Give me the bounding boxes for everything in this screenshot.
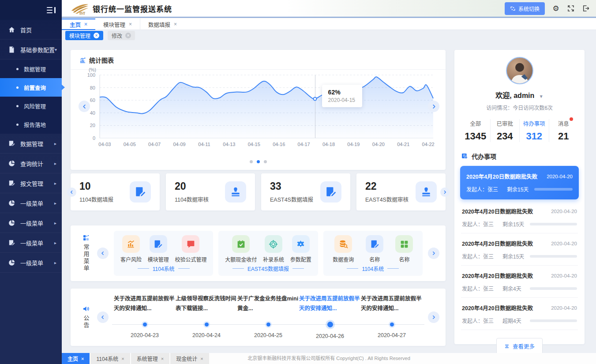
sidebar-item-level1-menu-4[interactable]: 一级菜单 ▸ (0, 253, 62, 273)
sidebar-subitem-label: 前置查询 (24, 83, 46, 92)
collapse-menu-icon[interactable] (47, 7, 56, 14)
menu-item-module-mgmt[interactable]: 模块管理 (148, 235, 169, 263)
chart-pagination-dots[interactable] (71, 160, 446, 163)
system-switch-button[interactable]: 系统切换 (505, 2, 545, 15)
todo-item-active[interactable]: 2020年4月20日数据跑批失败2020-04-20 发起人：张三剩余15天 (460, 166, 579, 199)
settings-gear-icon[interactable]: ⚙ (552, 4, 560, 12)
sidebar-item-message-mgmt[interactable]: 报文管理 ▸ (0, 173, 62, 193)
breadcrumb-chips: 模块管理× 修改× (65, 31, 135, 40)
notice-item-highlighted[interactable]: 关于改进周五提前放假半天的安排通知... 2020-04-26 (299, 294, 361, 340)
sidebar-subitem-risk-mgmt[interactable]: 风险管理 (0, 97, 62, 115)
quick-menu-next-button[interactable] (428, 248, 439, 259)
stat-messages[interactable]: 消息 21 (549, 119, 578, 142)
message-icon (182, 235, 199, 253)
sidebar-item-level1-menu-2[interactable]: 一级菜单 ▸ (0, 213, 62, 233)
pagination-dot[interactable] (257, 160, 260, 163)
stat-card-1104-fill[interactable]: 10 1104数据填报 (71, 173, 160, 210)
sidebar-subitem-pre-query[interactable]: 前置查询 (0, 78, 62, 97)
close-icon[interactable]: × (174, 21, 177, 27)
menu-item-data-query[interactable]: 数据查询 (333, 235, 354, 263)
sidebar-menu: 首页 基础参数配置 ▾ 数据管理 前置查询 风险管理 (0, 20, 62, 273)
top-header: IST 银行统一监管报送系统 系统切换 ⚙ (62, 0, 596, 18)
chart-area: (%) 020406080100 62% 2020-04-15 04-0304-… (100, 75, 433, 153)
tab-module-mgmt[interactable]: 模块管理× (95, 19, 140, 30)
todo-item[interactable]: 2020年4月20日数据跑批失败2020-04-20 发起人：张三剩余15天 (461, 233, 578, 266)
chip-modify[interactable]: 修改× (108, 31, 135, 40)
chip-module-mgmt[interactable]: 模块管理× (65, 31, 103, 40)
avatar[interactable] (506, 57, 533, 84)
bottom-tab-home[interactable]: 主页× (62, 353, 90, 364)
todo-item[interactable]: 2020年4月20日数据跑批失败2020-04-20 发起人：张三剩余4天 (461, 266, 578, 298)
bottom-tab-1104[interactable]: 1104系统× (90, 353, 130, 364)
stat-value: 33 (270, 180, 313, 192)
menu-item-large-cash[interactable]: 大额现金收付 (225, 235, 257, 263)
sidebar-item-base-params[interactable]: 基础参数配置 ▾ (0, 40, 62, 60)
sidebar-subitem-data-mgmt[interactable]: 数据管理 (0, 60, 62, 78)
chevron-right-icon (431, 315, 436, 319)
chart-card-header: 统计图表 (71, 50, 446, 70)
close-icon[interactable]: × (84, 21, 87, 27)
notice-item[interactable]: 关于广发金业务挂盘mini黄金... 2020-04-25 (237, 294, 299, 340)
stat-all[interactable]: 全部 1345 (461, 119, 490, 142)
chart-prev-button[interactable] (79, 101, 90, 112)
todo-section-header: 代办事项 (461, 152, 578, 161)
stats-prev-button[interactable] (67, 188, 76, 197)
menu-item-supplement-system[interactable]: 补录系统 (263, 235, 284, 263)
close-icon[interactable]: × (121, 356, 124, 361)
todo-item[interactable]: 2020年4月20日数据跑批失败2020-04-20 发起人：张三超期4天 (461, 298, 578, 330)
menu-item-name-2[interactable]: 名称 (395, 235, 413, 263)
sidebar-item-query-stats[interactable]: 查询统计 ▸ (0, 154, 62, 173)
pie-chart-icon (8, 160, 15, 167)
close-icon[interactable]: × (129, 21, 132, 27)
user-panel: 欢迎, admin ▼ 访问情况：今日访问次数6次 全部 1345 已审批 23… (454, 50, 585, 344)
stat-card-1104-audit[interactable]: 20 1104数据审核 (166, 173, 255, 210)
notice-next-button[interactable] (428, 311, 439, 323)
stat-approved[interactable]: 已审批 234 (490, 119, 520, 142)
logout-icon[interactable] (582, 4, 590, 12)
close-icon[interactable]: × (81, 356, 84, 361)
sidebar-submenu: 数据管理 前置查询 风险管理 报告落地 (0, 60, 62, 134)
document-pencil-icon (8, 140, 15, 147)
close-icon[interactable]: × (94, 33, 99, 38)
stats-next-button[interactable] (440, 188, 450, 197)
todo-item[interactable]: 2020年4月20日数据跑批失败2020-04-20 发起人：张三剩余15天 (461, 201, 578, 233)
sidebar-item-data-mgmt[interactable]: 数据管理 ▸ (0, 134, 62, 154)
quick-menu-prev-button[interactable] (97, 248, 109, 259)
close-icon[interactable]: × (200, 356, 203, 361)
progress-bar (530, 223, 577, 225)
stat-card-east4s-audit[interactable]: 22 EAST4S数据审核 (356, 173, 446, 210)
close-icon[interactable]: × (161, 356, 164, 361)
bottom-tab-cash-stats[interactable]: 现金统计× (170, 353, 209, 364)
sidebar-item-level1-menu-3[interactable]: 一级菜单 ▸ (0, 233, 62, 253)
tab-data-fill[interactable]: 数据填报× (140, 19, 185, 30)
visit-info: 访问情况：今日访问次数6次 (461, 104, 578, 111)
menu-item-formula-check[interactable]: 校验公式管理 (175, 235, 206, 263)
close-icon[interactable]: × (125, 33, 131, 38)
stat-card-east4s-fill[interactable]: 33 EAST4S数据填报 (261, 173, 350, 210)
menu-item-customer-risk[interactable]: 客户风险 (120, 235, 142, 263)
sidebar-item-home[interactable]: 首页 (0, 20, 62, 40)
pagination-dot[interactable] (250, 160, 253, 163)
notice-item[interactable]: 关于改进周五提前放假半天的安排通知... 2020-04-27 (361, 294, 423, 340)
stat-pending[interactable]: 待办事项 312 (519, 119, 549, 142)
notice-item[interactable]: 关于改进周五提前放假半天的安排通知... 2020-04-23 (114, 294, 176, 340)
pagination-dot[interactable] (264, 160, 267, 163)
stamp-icon (416, 181, 437, 203)
notice-prev-button[interactable] (97, 311, 109, 323)
menu-item-name-1[interactable]: 名称 (366, 235, 383, 263)
user-dropdown-caret-icon[interactable]: ▼ (539, 94, 544, 99)
notice-item[interactable]: 上级领导视察反洗钱时间表下载链接... 2020-04-24 (176, 294, 237, 340)
sidebar-subitem-report-landing[interactable]: 报告落地 (0, 115, 62, 134)
header-actions: 系统切换 ⚙ (505, 2, 590, 15)
chart-next-button[interactable] (428, 101, 439, 112)
svg-text:IST: IST (79, 11, 86, 15)
chevron-right-icon (431, 251, 436, 255)
menu-item-param-config[interactable]: 参数配置 (290, 235, 311, 263)
bottom-tab-system-mgmt[interactable]: 系统管理× (131, 353, 169, 364)
fullscreen-icon[interactable] (567, 4, 575, 12)
bullet-icon (16, 86, 19, 89)
tab-home[interactable]: 主页× (62, 19, 95, 30)
view-more-button[interactable]: 查看更多 (496, 338, 543, 354)
sidebar-item-label: 查询统计 (20, 159, 54, 168)
sidebar-item-level1-menu-1[interactable]: 一级菜单 ▸ (0, 193, 62, 213)
